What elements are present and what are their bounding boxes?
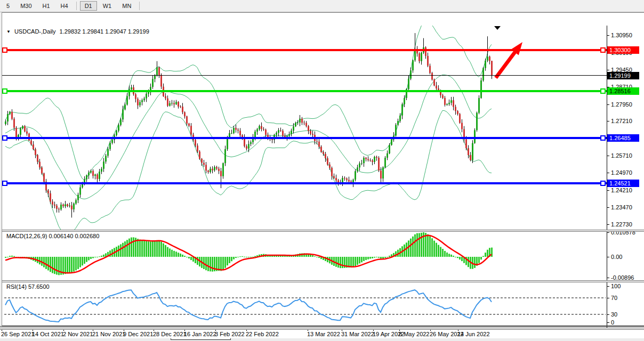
price-axis-label: 1.24210	[611, 187, 632, 193]
hline-handle-right-1.24521[interactable]	[600, 181, 606, 186]
price-axis-label: 1.24970	[611, 169, 632, 176]
rsi-axis-label: 0	[611, 319, 614, 326]
price-axis-label: 1.25710	[611, 152, 632, 159]
macd-axis-label: 0.00	[611, 254, 622, 260]
symbol-dropdown-icon[interactable]: ▼	[6, 29, 11, 34]
rsi-axis-label: 30	[611, 311, 617, 318]
window-bottom-border	[0, 326, 644, 327]
toolbar-separator	[139, 2, 140, 10]
panel-separator	[0, 328, 644, 330]
price-badge-1.26485: 1.26485	[607, 134, 639, 142]
hline-handle-left-1.28516[interactable]	[2, 88, 7, 94]
price-axis-label: 1.23470	[611, 204, 632, 210]
timeframe-button-M30[interactable]: M30	[15, 1, 36, 11]
hline-handle-right-1.28516[interactable]	[600, 88, 606, 94]
hline-1.29199[interactable]	[2, 75, 607, 76]
date-axis-label: 21 Nov 2021	[92, 331, 125, 337]
rsi-indicator-label: RSI(14) 57.6500	[6, 283, 50, 290]
chart-title-symbol: USDCAD-,Daily	[14, 28, 56, 35]
toolbar-separator	[76, 2, 77, 10]
date-axis-label: 16 Jan 2022	[184, 331, 216, 337]
hline-handle-right-1.26485[interactable]	[600, 135, 606, 141]
date-axis-label: 31 Mar 2022	[341, 331, 374, 337]
hline-handle-left-1.26485[interactable]	[2, 135, 7, 141]
date-axis-label: 28 Dec 2021	[153, 331, 186, 337]
price-badge-1.24521: 1.24521	[607, 180, 639, 187]
rsi-axis-label: 100	[611, 283, 621, 289]
timeframe-toolbar: 5M30H1H4D1W1MN	[0, 0, 644, 12]
price-axis-label: 1.27950	[611, 101, 632, 108]
hline-handle-left-1.24521[interactable]	[2, 181, 7, 186]
chart-window: ▼ USDCAD-,Daily 1.29832 1.29841 1.29047 …	[0, 12, 644, 327]
date-axis-label: 13 Mar 2022	[307, 331, 340, 337]
date-axis-label: 3 Feb 2022	[215, 331, 245, 337]
price-badge-1.28516: 1.28516	[607, 87, 639, 95]
date-axis-label: 14 Jun 2022	[457, 331, 490, 337]
hline-handle-left-1.303[interactable]	[2, 47, 7, 53]
date-axis-label: 8 May 2022	[399, 331, 429, 337]
date-axis-label: 9 Dec 2021	[123, 331, 153, 337]
candlestick-chart-svg[interactable]	[0, 26, 607, 230]
timeframe-button-D1[interactable]: D1	[80, 1, 97, 11]
rsi-axis-label: 70	[611, 295, 617, 301]
date-axis-label: 26 Sep 2021	[1, 331, 34, 337]
mt4-application-window: 5M30H1H4D1W1MN ▼ USDCAD-,Daily 1.29832 1…	[0, 0, 644, 341]
macd-indicator-label: MACD(12,26,9) 0.006140 0.002680	[6, 233, 99, 239]
hline-handle-right-1.303[interactable]	[600, 47, 606, 53]
timeframe-button-H1[interactable]: H1	[38, 1, 55, 11]
timeframe-button-H4[interactable]: H4	[56, 1, 73, 11]
date-axis-label: 14 Oct 2021	[32, 331, 64, 337]
price-axis-border	[607, 26, 607, 328]
chart-title-ohlc: 1.29832 1.29841 1.29047 1.29199	[60, 28, 149, 35]
price-axis-label: 1.30950	[611, 32, 632, 38]
panel-separator[interactable]	[0, 230, 644, 232]
price-badge-1.30300: 1.30300	[607, 46, 639, 54]
hline-1.24521[interactable]	[2, 182, 607, 184]
hline-1.303[interactable]	[2, 49, 607, 51]
window-left-edge	[0, 12, 2, 326]
date-axis-label: 2 Nov 2021	[63, 331, 93, 337]
panel-separator[interactable]	[0, 280, 644, 282]
hline-1.26485[interactable]	[2, 137, 607, 139]
hline-1.28516[interactable]	[2, 90, 607, 92]
rsi-chart-svg[interactable]	[0, 282, 607, 328]
date-axis: 26 Sep 202114 Oct 20212 Nov 202121 Nov 2…	[0, 329, 644, 338]
price-axis-label: 1.22730	[611, 221, 632, 228]
chart-title: ▼ USDCAD-,Daily 1.29832 1.29841 1.29047 …	[6, 28, 149, 35]
date-axis-label: 22 Feb 2022	[246, 331, 279, 337]
price-axis-label: 1.27210	[611, 118, 632, 124]
timeframe-button-W1[interactable]: W1	[98, 1, 117, 11]
timeframe-button-5[interactable]: 5	[2, 1, 14, 11]
timeframe-button-MN[interactable]: MN	[117, 1, 136, 11]
price-badge-1.29199: 1.29199	[607, 72, 639, 79]
